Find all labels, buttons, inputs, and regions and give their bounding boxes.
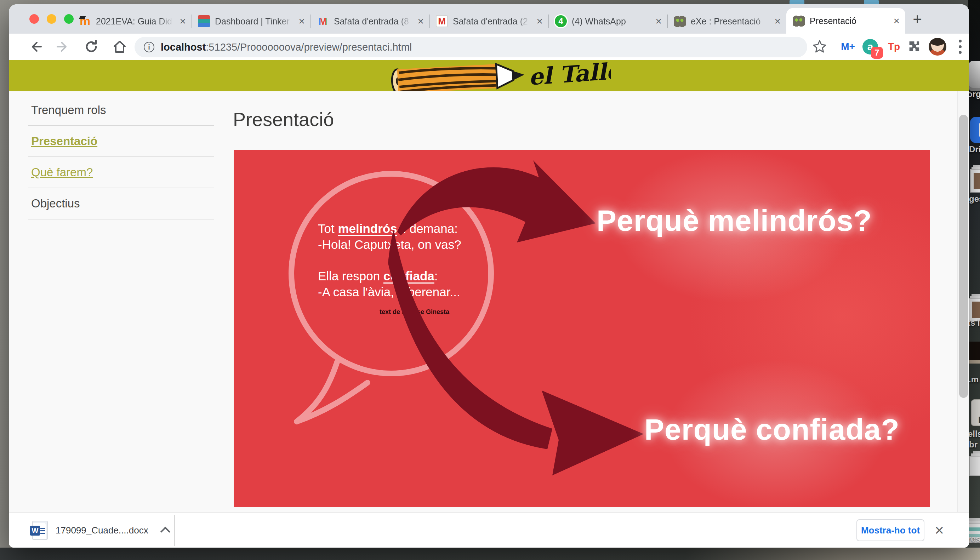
tab-presentaci[interactable]: Presentació × xyxy=(786,8,905,33)
avatar xyxy=(929,38,947,55)
home-icon xyxy=(112,39,127,54)
tab-close-icon[interactable]: × xyxy=(417,16,424,27)
photo-stack-icon[interactable] xyxy=(970,169,980,193)
tab-label: Safata d'entrada (8 xyxy=(334,16,412,27)
tab-list: 2021EVA: Guia Did × Dashboard | Tinker ×… xyxy=(73,4,905,33)
scrollbar-thumb[interactable] xyxy=(959,115,968,398)
tab-close-icon[interactable]: × xyxy=(180,16,186,27)
zoom-window-button[interactable] xyxy=(64,14,73,24)
browser-toolbar: i localhost:51235/Prooooooova/preview/pr… xyxy=(9,33,969,60)
puzzle-icon xyxy=(907,39,922,55)
forward-button[interactable] xyxy=(53,37,73,56)
photo-icon[interactable] xyxy=(969,342,980,363)
download-shelf: 179099_Cuade....docx Mostra-ho tot × xyxy=(9,512,969,548)
bubble-line: Tot melindrós li demana: xyxy=(318,220,530,237)
page-title: Presentació xyxy=(233,108,334,130)
scrollbar[interactable] xyxy=(957,91,969,512)
additio-extension-icon[interactable]: a7 xyxy=(862,38,879,55)
background-window-sliver xyxy=(790,0,804,4)
download-item[interactable]: 179099_Cuade....docx xyxy=(23,517,178,544)
tab-close-icon[interactable]: × xyxy=(298,16,305,27)
tab-label: Dashboard | Tinker xyxy=(215,16,293,27)
question-bottom: Perquè confiada? xyxy=(644,412,900,447)
sidebar-item-label: Presentació xyxy=(31,135,97,148)
sidebar-item-objectius: Objectius xyxy=(28,188,214,220)
bubble-line: -A casa l'àvia, a berenar... xyxy=(318,284,530,300)
pencil-logo: el Taller xyxy=(370,60,611,91)
movistar-extension-icon[interactable]: M+ xyxy=(839,38,857,55)
url-text[interactable]: localhost:51235/Prooooooova/preview/pres… xyxy=(161,42,412,53)
chevron-up-icon[interactable] xyxy=(160,527,170,537)
page-info-icon[interactable]: i xyxy=(144,42,154,52)
desktop-icon-label: orge xyxy=(967,89,980,99)
new-tab-button[interactable] xyxy=(908,10,927,28)
minimize-window-button[interactable] xyxy=(47,14,56,24)
desktop-bottom-strip xyxy=(0,548,980,560)
word-document-icon xyxy=(32,521,48,540)
external-drive-icon[interactable] xyxy=(969,61,980,91)
tab-2021eva-guia-did[interactable]: 2021EVA: Guia Did × xyxy=(73,9,192,33)
profile-avatar[interactable] xyxy=(929,38,947,55)
bubble-line: -Hola! Caputxeta, on vas? xyxy=(318,237,530,252)
desktop-icon-label: ts l xyxy=(968,318,980,328)
star-icon xyxy=(812,39,827,54)
sidebar-item-qu-farem[interactable]: Què farem? xyxy=(28,157,214,188)
tab-close-icon[interactable]: × xyxy=(537,16,543,27)
credit-text: text de Montse Ginesta xyxy=(380,308,449,316)
reload-icon xyxy=(84,39,99,54)
presentation-image: Tot melindrós li demana:-Hola! Caputxeta… xyxy=(234,150,930,507)
sign-icon[interactable]: IES xyxy=(971,399,980,426)
tab-close-icon[interactable]: × xyxy=(893,15,900,26)
home-button[interactable] xyxy=(110,37,129,56)
close-shelf-button[interactable]: × xyxy=(929,520,949,540)
svg-text:el Taller: el Taller xyxy=(528,60,611,90)
tab-close-icon[interactable]: × xyxy=(774,16,781,27)
moodle-favicon-icon xyxy=(79,15,91,27)
window-controls xyxy=(29,14,73,24)
tab-exe-presentaci[interactable]: eXe : Presentació × xyxy=(667,9,786,33)
tab-label: eXe : Presentació xyxy=(691,16,769,27)
tinkercad-favicon-icon xyxy=(198,15,210,27)
tab-label: Safata d'entrada (2 xyxy=(453,16,532,27)
kebab-menu-icon xyxy=(959,45,962,48)
reload-button[interactable] xyxy=(82,37,101,56)
sidebar-item-presentaci[interactable]: Presentació xyxy=(28,126,214,157)
desktop-icon-label: br xyxy=(969,440,978,450)
background-window-sliver xyxy=(864,0,879,4)
tab-dashboard-tinker[interactable]: Dashboard | Tinker × xyxy=(192,9,310,33)
show-all-downloads-button[interactable]: Mostra-ho tot xyxy=(857,519,924,541)
extensions-puzzle-icon[interactable] xyxy=(905,38,923,55)
tab-safata-d-entrada-2[interactable]: Safata d'entrada (2 × xyxy=(430,9,548,33)
bookmark-star-button[interactable] xyxy=(811,38,828,55)
tab-label: 2021EVA: Guia Did xyxy=(96,16,175,27)
tab-label: Presentació xyxy=(810,16,888,26)
tab-label: (4) WhatsApp xyxy=(572,16,650,27)
tab-close-icon[interactable]: × xyxy=(655,16,662,27)
paper-stack-icon[interactable] xyxy=(969,456,980,476)
arrow-bottom-head xyxy=(542,390,644,475)
tab-4-whatsapp[interactable]: 4 (4) WhatsApp × xyxy=(548,9,667,33)
sidebar-item-label: Objectius xyxy=(31,197,80,210)
speech-bubble-tail xyxy=(297,362,368,422)
forward-arrow-icon xyxy=(57,42,66,51)
close-window-button[interactable] xyxy=(29,14,39,24)
gmail-favicon-icon xyxy=(317,15,329,27)
desktop-icon-label: ges xyxy=(969,194,980,204)
browser-window: 2021EVA: Guia Did × Dashboard | Tinker ×… xyxy=(9,4,969,548)
back-arrow-icon xyxy=(33,42,41,51)
whatsapp-favicon-icon: 4 xyxy=(555,15,567,27)
address-bar[interactable]: i localhost:51235/Prooooooova/preview/pr… xyxy=(135,37,807,57)
bubble-line: Ella respon confiada: xyxy=(318,268,530,284)
desktop-icon-label: Dri xyxy=(969,145,980,154)
tab-safata-d-entrada-8[interactable]: Safata d'entrada (8 × xyxy=(310,9,430,33)
back-button[interactable] xyxy=(26,37,45,56)
tab-strip: 2021EVA: Guia Did × Dashboard | Tinker ×… xyxy=(9,4,969,33)
desktop-icon-label: res xyxy=(968,534,980,544)
tp-extension-icon[interactable]: Tp xyxy=(885,38,903,55)
download-file-name[interactable]: 179099_Cuade....docx xyxy=(56,525,148,536)
google-drive-icon[interactable] xyxy=(970,117,980,143)
course-sidebar: Trenquem rols Presentació Què farem? Obj… xyxy=(28,95,214,220)
exe-favicon-icon xyxy=(793,15,805,27)
browser-menu-button[interactable] xyxy=(951,38,969,55)
site-header-band: el Taller xyxy=(9,60,969,91)
